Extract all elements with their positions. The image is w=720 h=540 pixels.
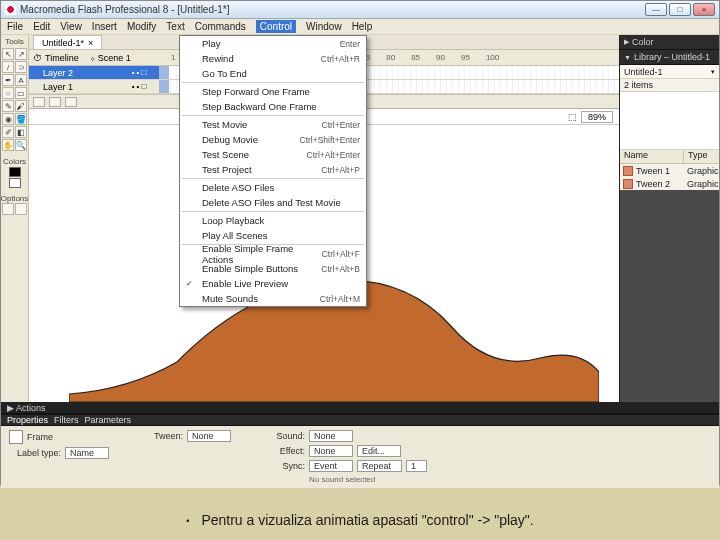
option-2[interactable] — [15, 203, 27, 215]
timeline-label: Timeline — [45, 53, 79, 63]
library-item[interactable]: Tween 1Graphic — [620, 164, 719, 177]
right-panels: ▶Color ▼Library – Untitled-1 Untitled-1 … — [619, 35, 719, 402]
color-panel-header[interactable]: ▶Color — [620, 35, 719, 50]
minimize-button[interactable]: — — [645, 3, 667, 16]
edit-button[interactable]: Edit... — [357, 445, 401, 457]
prop-tab-filters[interactable]: Filters — [54, 415, 79, 425]
new-folder-button[interactable] — [49, 97, 61, 107]
frame-icon — [9, 430, 23, 444]
rect-tool[interactable]: ▭ — [15, 87, 27, 99]
prop-tab-parameters[interactable]: Parameters — [85, 415, 132, 425]
zoom-select[interactable]: 89% — [581, 111, 613, 123]
menu-item-delete-aso-files-and-test-movie[interactable]: Delete ASO Files and Test Movie — [180, 195, 366, 210]
slide-caption: •Pentru a vizualiza animatia apasati "co… — [0, 512, 720, 528]
doc-tab[interactable]: Untitled-1* × — [33, 35, 102, 49]
menu-modify[interactable]: Modify — [127, 21, 156, 32]
options-header: Options — [1, 194, 29, 203]
menu-edit[interactable]: Edit — [33, 21, 50, 32]
menubar: FileEditViewInsertModifyTextCommandsCont… — [1, 19, 719, 35]
new-layer-button[interactable] — [33, 97, 45, 107]
menu-file[interactable]: File — [7, 21, 23, 32]
properties-panel: PropertiesFiltersParameters Frame Label … — [1, 414, 719, 484]
menu-item-enable-simple-frame-actions[interactable]: Enable Simple Frame ActionsCtrl+Alt+F — [180, 246, 366, 261]
sound-select[interactable]: None — [309, 430, 353, 442]
label-type-select[interactable]: Name — [65, 447, 109, 459]
tween-select[interactable]: None — [187, 430, 231, 442]
menu-item-enable-simple-buttons[interactable]: Enable Simple ButtonsCtrl+Alt+B — [180, 261, 366, 276]
menu-item-mute-sounds[interactable]: Mute SoundsCtrl+Alt+M — [180, 291, 366, 306]
library-title: Library – Untitled-1 — [634, 52, 710, 62]
stroke-swatch[interactable] — [9, 167, 21, 177]
tools-panel: Tools ↖ ↗ / ⊃ ✒ A ○ ▭ ✎ 🖌 ◉ 🪣 ✐ ◧ ✋ 🔍 Co… — [1, 35, 29, 402]
selection-tool[interactable]: ↖ — [2, 48, 14, 60]
lasso-tool[interactable]: ⊃ — [15, 61, 27, 73]
line-tool[interactable]: / — [2, 61, 14, 73]
ink-tool[interactable]: ◉ — [2, 113, 14, 125]
maximize-button[interactable]: □ — [669, 3, 691, 16]
option-1[interactable] — [2, 203, 14, 215]
timeline-icon: ⏱ — [33, 53, 42, 63]
library-count: 2 items — [620, 79, 719, 92]
pencil-tool[interactable]: ✎ — [2, 100, 14, 112]
lib-col-name[interactable]: Name — [620, 150, 684, 163]
zoom-tool[interactable]: 🔍 — [15, 139, 27, 151]
menu-item-test-project[interactable]: Test ProjectCtrl+Alt+P — [180, 162, 366, 177]
menu-item-rewind[interactable]: RewindCtrl+Alt+R — [180, 51, 366, 66]
library-panel-header[interactable]: ▼Library – Untitled-1 — [620, 50, 719, 65]
actions-panel-header[interactable]: ▶ Actions — [1, 402, 719, 414]
app-icon — [5, 4, 16, 15]
bucket-tool[interactable]: 🪣 — [15, 113, 27, 125]
menu-item-loop-playback[interactable]: Loop Playback — [180, 213, 366, 228]
library-table: Name Type Tween 1GraphicTween 2Graphic — [620, 150, 719, 190]
fill-swatch[interactable] — [9, 178, 21, 188]
menu-control[interactable]: Control — [256, 20, 296, 33]
flash-window: Macromedia Flash Professional 8 - [Untit… — [0, 0, 720, 485]
menu-item-enable-live-preview[interactable]: ✓Enable Live Preview — [180, 276, 366, 291]
library-item[interactable]: Tween 2Graphic — [620, 177, 719, 190]
menu-window[interactable]: Window — [306, 21, 342, 32]
menu-item-delete-aso-files[interactable]: Delete ASO Files — [180, 180, 366, 195]
dropper-tool[interactable]: ✐ — [2, 126, 14, 138]
pen-tool[interactable]: ✒ — [2, 74, 14, 86]
menu-item-test-movie[interactable]: Test MovieCtrl+Enter — [180, 117, 366, 132]
repeat-count[interactable]: 1 — [406, 460, 427, 472]
close-button[interactable]: × — [693, 3, 715, 16]
doc-tab-label: Untitled-1* — [42, 38, 84, 48]
menu-view[interactable]: View — [60, 21, 82, 32]
sync-select[interactable]: Event — [309, 460, 353, 472]
menu-help[interactable]: Help — [352, 21, 373, 32]
menu-item-test-scene[interactable]: Test SceneCtrl+Alt+Enter — [180, 147, 366, 162]
window-title: Macromedia Flash Professional 8 - [Untit… — [20, 4, 230, 15]
properties-tabs: PropertiesFiltersParameters — [1, 415, 719, 426]
lib-col-type[interactable]: Type — [684, 150, 719, 163]
brush-tool[interactable]: 🖌 — [15, 100, 27, 112]
titlebar: Macromedia Flash Professional 8 - [Untit… — [1, 1, 719, 19]
menu-item-step-forward-one-frame[interactable]: Step Forward One Frame — [180, 84, 366, 99]
menu-text[interactable]: Text — [166, 21, 184, 32]
repeat-select[interactable]: Repeat — [357, 460, 402, 472]
menu-item-play-all-scenes[interactable]: Play All Scenes — [180, 228, 366, 243]
library-doc-select[interactable]: Untitled-1 ▾ — [620, 65, 719, 79]
scene-crumb[interactable]: ⏱ Timeline ⬦ Scene 1 — [33, 53, 163, 63]
oval-tool[interactable]: ○ — [2, 87, 14, 99]
menu-item-go-to-end[interactable]: Go To End — [180, 66, 366, 81]
text-tool[interactable]: A — [15, 74, 27, 86]
no-sound-label: No sound selected — [253, 475, 427, 484]
eraser-tool[interactable]: ◧ — [15, 126, 27, 138]
menu-item-step-backward-one-frame[interactable]: Step Backward One Frame — [180, 99, 366, 114]
workspace-icon[interactable]: ⬚ — [568, 112, 577, 122]
hand-tool[interactable]: ✋ — [2, 139, 14, 151]
doc-tab-close-icon[interactable]: × — [88, 38, 93, 48]
delete-layer-button[interactable] — [65, 97, 77, 107]
menu-insert[interactable]: Insert — [92, 21, 117, 32]
menu-item-play[interactable]: PlayEnter — [180, 36, 366, 51]
menu-commands[interactable]: Commands — [195, 21, 246, 32]
menu-item-debug-movie[interactable]: Debug MovieCtrl+Shift+Enter — [180, 132, 366, 147]
prop-tab-properties[interactable]: Properties — [7, 415, 48, 425]
tool-grid: ↖ ↗ / ⊃ ✒ A ○ ▭ ✎ 🖌 ◉ 🪣 ✐ ◧ ✋ 🔍 — [2, 48, 27, 151]
chevron-down-icon: ▾ — [711, 68, 715, 76]
library-preview — [620, 92, 719, 150]
effect-select[interactable]: None — [309, 445, 353, 457]
colors-header: Colors — [3, 157, 26, 166]
subselection-tool[interactable]: ↗ — [15, 48, 27, 60]
